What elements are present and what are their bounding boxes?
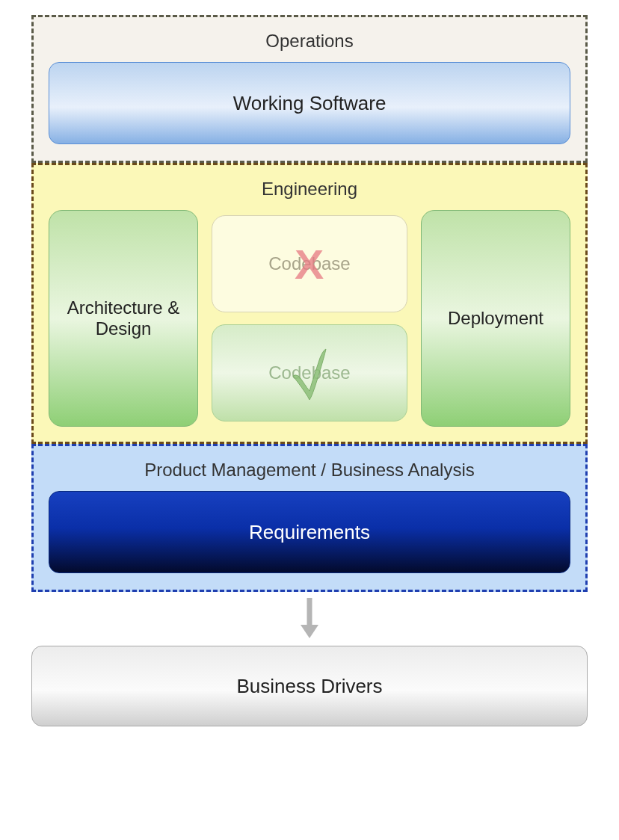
requirements-box: Requirements [49,491,570,573]
product-management-section: Product Management / Business Analysis R… [31,444,588,592]
codebase-pass-label: Codebase [268,362,350,383]
svg-marker-1 [301,625,318,638]
working-software-box: Working Software [49,62,570,144]
codebase-column: Codebase X Codebase [212,210,407,427]
codebase-pass-box: Codebase [212,324,407,421]
product-management-title: Product Management / Business Analysis [49,460,570,481]
business-drivers-box: Business Drivers [31,646,588,726]
arrow-down [31,596,588,641]
business-drivers-label: Business Drivers [236,675,382,698]
deployment-box: Deployment [421,210,570,427]
arrow-down-icon [295,596,324,641]
architecture-design-box: Architecture & Design [49,210,198,427]
codebase-fail-box: Codebase X [212,215,407,312]
diagram-container: Operations Working Software Engineering … [31,15,588,726]
engineering-section: Engineering Architecture & Design Codeba… [31,163,588,444]
working-software-label: Working Software [233,92,387,115]
operations-section: Operations Working Software [31,15,588,163]
codebase-fail-label: Codebase [268,253,350,274]
operations-title: Operations [49,31,570,52]
engineering-title: Engineering [49,179,570,200]
architecture-design-label: Architecture & Design [57,297,190,339]
requirements-label: Requirements [249,521,370,544]
engineering-row: Architecture & Design Codebase X Codebas… [49,210,570,427]
deployment-label: Deployment [448,308,543,329]
